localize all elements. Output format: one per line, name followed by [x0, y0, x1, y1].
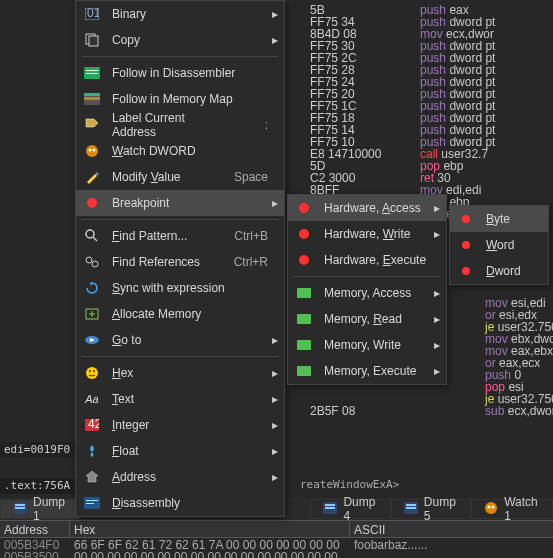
tab-dump-1[interactable]: Dump 1 — [0, 499, 80, 519]
menu-item-memory-execute[interactable]: Memory, Execute▸ — [288, 358, 446, 384]
menu-item-sync-with-expression[interactable]: Sync with expression — [76, 275, 284, 301]
hex-row[interactable]: 005B350000 00 00 00 00 00 00 00 00 00 00… — [0, 550, 553, 558]
menu-item-label: Float — [112, 444, 268, 458]
menu-item-memory-read[interactable]: Memory, Read▸ — [288, 306, 446, 332]
menu-item-binary[interactable]: 01Binary▸ — [76, 1, 284, 27]
disassembly-line: je user32.756 — [485, 392, 553, 404]
tab-label: Dump 5 — [424, 495, 458, 523]
svg-text:42: 42 — [88, 419, 99, 431]
menu-item-label: Memory, Read — [324, 312, 430, 326]
find-icon — [82, 228, 102, 244]
hw-icon — [294, 200, 314, 216]
menu-item-find-references[interactable]: Find ReferencesCtrl+R — [76, 249, 284, 275]
menu-item-hex[interactable]: Hex▸ — [76, 360, 284, 386]
modify-icon — [82, 169, 102, 185]
submenu-arrow-icon: ▸ — [268, 333, 278, 347]
menu-item-find-pattern[interactable]: Find Pattern...Ctrl+B — [76, 223, 284, 249]
dot-icon — [456, 211, 476, 227]
asm-byte: 2B5F 08 — [310, 404, 355, 416]
hex-address: 005B3500 — [0, 550, 70, 558]
submenu-hardware-access[interactable]: ByteWordDword — [449, 205, 549, 285]
disassembly-icon — [82, 495, 102, 511]
menu-item-shortcut: : — [224, 118, 268, 132]
disassembly-line: push 0 — [485, 368, 553, 380]
svg-rect-17 — [86, 70, 98, 71]
menu-item-label: Watch DWORD — [112, 144, 268, 158]
svg-rect-47 — [297, 340, 311, 350]
tab-dump-5[interactable]: Dump 5 — [391, 499, 471, 519]
svg-rect-4 — [325, 504, 335, 506]
disasm-icon — [82, 65, 102, 81]
submenu-arrow-icon: ▸ — [268, 366, 278, 380]
menu-item-label: Hardware, Access — [324, 201, 430, 215]
menu-item-go-to[interactable]: Go to▸ — [76, 327, 284, 353]
mem-icon — [294, 311, 314, 327]
menu-item-copy[interactable]: Copy▸ — [76, 27, 284, 53]
menu-item-address[interactable]: Address▸ — [76, 464, 284, 490]
dot-icon — [456, 237, 476, 253]
menu-item-hardware-write[interactable]: Hardware, Write▸ — [288, 221, 446, 247]
submenu-arrow-icon: ▸ — [268, 444, 278, 458]
address-icon — [82, 469, 102, 485]
sync-icon — [82, 280, 102, 296]
alloc-icon — [82, 306, 102, 322]
menu-item-label: Word — [486, 238, 542, 252]
menu-item-label: Hardware, Execute — [324, 253, 430, 267]
menu-item-label: Allocate Memory — [112, 307, 268, 321]
tab-dump-4[interactable]: Dump 4 — [310, 499, 390, 519]
menu-item-word[interactable]: Word — [450, 232, 548, 258]
mem-icon — [294, 285, 314, 301]
menu-item-label-current-address[interactable]: Label Current Address: — [76, 112, 284, 138]
menu-item-label: Memory, Access — [324, 286, 430, 300]
menu-item-byte[interactable]: Byte — [450, 206, 548, 232]
menu-item-breakpoint[interactable]: Breakpoint▸ — [76, 190, 284, 216]
menu-item-integer[interactable]: 42Integer▸ — [76, 412, 284, 438]
svg-rect-7 — [406, 504, 416, 506]
menu-item-follow-in-disassembler[interactable]: Follow in Disassembler — [76, 60, 284, 86]
findref-icon — [82, 254, 102, 270]
tab-label: Watch 1 — [504, 495, 540, 523]
symbol-label: reateWindowExA> — [300, 478, 399, 491]
tab-label: Dump 4 — [343, 495, 377, 523]
hw-icon — [294, 226, 314, 242]
menu-item-label: Follow in Disassembler — [112, 66, 268, 80]
menu-item-watch-dword[interactable]: Watch DWORD — [76, 138, 284, 164]
menu-item-text[interactable]: AaText▸ — [76, 386, 284, 412]
menu-item-float[interactable]: Float▸ — [76, 438, 284, 464]
menu-item-label: Binary — [112, 7, 268, 21]
integer-icon: 42 — [82, 417, 102, 433]
menu-item-hardware-execute[interactable]: Hardware, Execute — [288, 247, 446, 273]
svg-rect-8 — [406, 507, 416, 509]
submenu-breakpoint[interactable]: Hardware, Access▸Hardware, Write▸Hardwar… — [287, 194, 447, 385]
context-menu-main[interactable]: 01Binary▸Copy▸Follow in DisassemblerFoll… — [75, 0, 285, 517]
menu-item-label: Sync with expression — [112, 281, 268, 295]
disassembly-column: push eaxpush dword ptmov ecx,dworpush dw… — [420, 4, 550, 220]
menu-item-disassembly[interactable]: Disassembly — [76, 490, 284, 516]
hex-bytes: 66 6F 6F 62 61 72 62 61 7A 00 00 00 00 0… — [70, 538, 350, 550]
svg-point-44 — [299, 255, 309, 265]
submenu-arrow-icon: ▸ — [430, 286, 440, 300]
mem-icon — [294, 337, 314, 353]
menu-item-dword[interactable]: Dword — [450, 258, 548, 284]
disassembly-lower: mov esi,edior esi,edxje user32.756mov eb… — [485, 296, 553, 416]
menu-item-modify-value[interactable]: Modify ValueSpace — [76, 164, 284, 190]
hex-header-hex: Hex — [70, 521, 350, 537]
menu-item-memory-write[interactable]: Memory, Write▸ — [288, 332, 446, 358]
label-icon — [82, 117, 102, 133]
submenu-arrow-icon: ▸ — [268, 7, 278, 21]
menu-item-label: Go to — [112, 333, 268, 347]
menu-item-allocate-memory[interactable]: Allocate Memory — [76, 301, 284, 327]
menu-item-follow-in-memory-map[interactable]: Follow in Memory Map — [76, 86, 284, 112]
menu-item-hardware-access[interactable]: Hardware, Access▸ — [288, 195, 446, 221]
menu-separator — [294, 276, 440, 277]
menu-item-memory-access[interactable]: Memory, Access▸ — [288, 280, 446, 306]
svg-point-22 — [86, 145, 98, 157]
svg-point-26 — [86, 230, 94, 238]
svg-point-50 — [462, 241, 470, 249]
disassembly-line: mov esi,edi — [485, 296, 553, 308]
hex-row[interactable]: 005B34F066 6F 6F 62 61 72 62 61 7A 00 00… — [0, 538, 553, 550]
menu-item-label: Memory, Execute — [324, 364, 430, 378]
tab-watch-1[interactable]: Watch 1 — [471, 499, 553, 519]
menu-item-label: Integer — [112, 418, 268, 432]
svg-line-27 — [93, 237, 97, 241]
